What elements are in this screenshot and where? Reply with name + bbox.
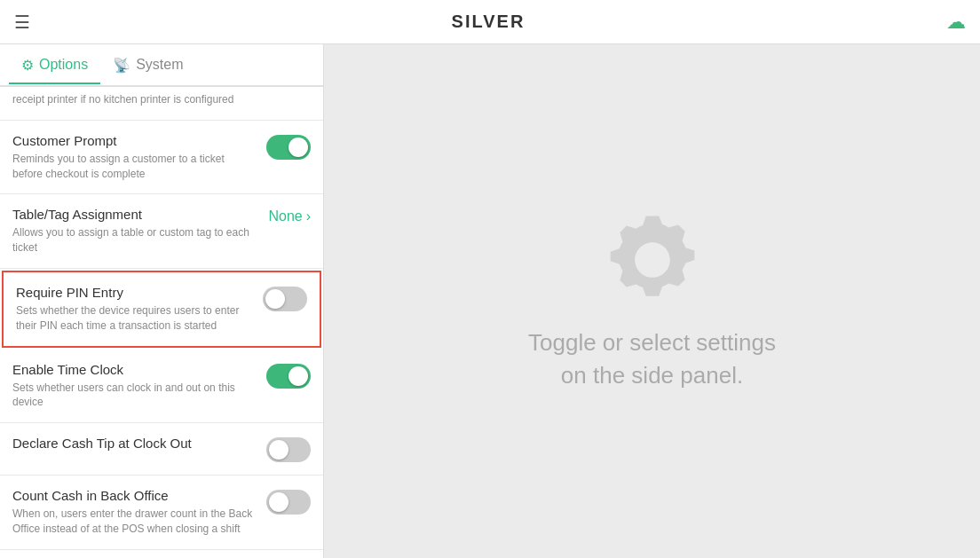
tabs-bar: ⚙ Options 📡 System [0, 44, 323, 87]
setting-count-cash: Count Cash in Back Office When on, users… [0, 475, 323, 550]
count-cash-label: Count Cash in Back Office [12, 488, 256, 503]
setting-enable-time-clock: Enable Time Clock Sets whether users can… [0, 350, 323, 424]
left-panel: ⚙ Options 📡 System receipt printer if no… [0, 44, 324, 558]
require-pin-desc: Sets whether the device requires users t… [16, 303, 252, 334]
system-tab-icon: 📡 [113, 57, 130, 74]
tab-system[interactable]: 📡 System [100, 48, 195, 84]
right-panel-message: Toggle or select settingson the side pan… [528, 326, 776, 391]
setting-customer-prompt: Customer Prompt Reminds you to assign a … [0, 121, 323, 195]
gear-icon-large [604, 211, 701, 309]
setting-declare-cash-tip: Declare Cash Tip at Clock Out [0, 423, 323, 475]
customer-prompt-desc: Reminds you to assign a customer to a ti… [12, 152, 256, 182]
tab-options[interactable]: ⚙ Options [9, 48, 100, 84]
chevron-right-icon: › [306, 208, 311, 224]
enable-time-clock-label: Enable Time Clock [12, 362, 256, 377]
setting-table-tag[interactable]: Table/Tag Assignment Allows you to assig… [0, 194, 323, 269]
settings-list: receipt printer if no kitchen printer is… [0, 87, 323, 558]
require-pin-label: Require PIN Entry [16, 285, 252, 300]
hamburger-menu-icon[interactable]: ☰ [14, 12, 30, 33]
declare-cash-tip-label: Declare Cash Tip at Clock Out [12, 436, 256, 451]
app-title: SILVER [452, 12, 526, 32]
customer-prompt-toggle[interactable] [266, 135, 311, 160]
setting-require-pin: Require PIN Entry Sets whether the devic… [2, 271, 321, 348]
enable-time-clock-toggle[interactable] [266, 364, 311, 389]
receipt-printer-desc: receipt printer if no kitchen printer is… [12, 92, 311, 107]
customer-prompt-label: Customer Prompt [12, 133, 256, 148]
table-tag-value[interactable]: None › [268, 208, 311, 224]
main-container: ⚙ Options 📡 System receipt printer if no… [0, 44, 980, 558]
list-item: receipt printer if no kitchen printer is… [0, 87, 323, 121]
require-pin-toggle[interactable] [263, 287, 307, 311]
cloud-icon[interactable]: ☁ [946, 11, 966, 34]
tab-options-label: Options [39, 57, 88, 73]
app-header: ☰ SILVER ☁ [0, 0, 980, 44]
count-cash-desc: When on, users enter the drawer count in… [12, 507, 256, 537]
tab-system-label: System [136, 57, 183, 73]
table-tag-label: Table/Tag Assignment [12, 207, 257, 222]
declare-cash-tip-toggle[interactable] [266, 437, 311, 462]
right-panel: Toggle or select settingson the side pan… [324, 44, 980, 558]
options-tab-icon: ⚙ [21, 57, 34, 74]
enable-time-clock-desc: Sets whether users can clock in and out … [12, 381, 256, 411]
table-tag-desc: Allows you to assign a table or custom t… [12, 225, 257, 255]
count-cash-toggle[interactable] [266, 490, 311, 515]
